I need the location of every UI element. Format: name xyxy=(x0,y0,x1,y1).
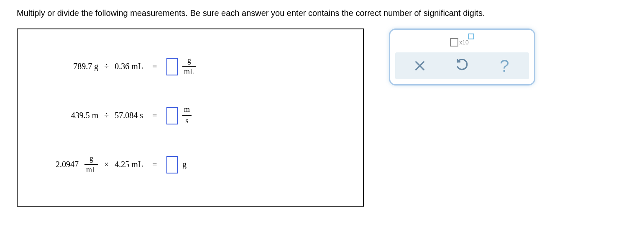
content-row: 789.7 g ÷ 0.36 mL = g mL 439.5 m ÷ 57.08… xyxy=(17,28,627,207)
p1-unit-fraction: g mL xyxy=(182,56,196,76)
p3-operator: × xyxy=(104,160,109,169)
problem-3-lhs: 2.0947 g mL × 4.25 mL xyxy=(34,154,143,174)
p3-operand2: 4.25 mL xyxy=(115,160,143,169)
clear-button[interactable] xyxy=(409,57,430,74)
p3-lhs-fraction: g mL xyxy=(84,154,98,174)
answer-input-3[interactable] xyxy=(166,156,178,173)
p1-unit-numer: g xyxy=(186,56,193,65)
p2-operator: ÷ xyxy=(104,111,109,120)
p2-unit-numer: m xyxy=(182,105,192,114)
question-mark-icon: ? xyxy=(500,57,509,75)
p3-lhs-denom: mL xyxy=(84,166,98,175)
p1-unit-denom: mL xyxy=(182,67,196,77)
problem-3-rhs: g xyxy=(166,156,187,173)
equals-sign: = xyxy=(151,111,159,120)
problem-box: 789.7 g ÷ 0.36 mL = g mL 439.5 m ÷ 57.08… xyxy=(17,28,364,207)
instructions-text: Multiply or divide the following measure… xyxy=(17,8,627,18)
p3-lhs-numer: g xyxy=(88,154,95,163)
p2-operand2: 57.084 s xyxy=(115,111,143,120)
problem-3: 2.0947 g mL × 4.25 mL = g xyxy=(34,146,346,184)
answer-input-2[interactable] xyxy=(166,107,178,124)
equals-sign: = xyxy=(151,62,159,71)
sci-exponent-box-icon xyxy=(468,34,474,39)
p2-unit-denom: s xyxy=(184,116,190,126)
help-button[interactable]: ? xyxy=(494,57,515,74)
undo-icon xyxy=(455,59,469,72)
undo-button[interactable] xyxy=(452,57,473,74)
p1-operand2: 0.36 mL xyxy=(115,62,143,71)
problem-2: 439.5 m ÷ 57.084 s = m s xyxy=(34,97,346,135)
problem-2-lhs: 439.5 m ÷ 57.084 s xyxy=(34,111,143,120)
x-icon xyxy=(413,59,427,72)
p3-coefficient: 2.0947 xyxy=(56,160,79,169)
p2-operand1: 439.5 m xyxy=(71,111,99,120)
toolbox: x10 ? xyxy=(389,28,535,85)
p1-operand1: 789.7 g xyxy=(73,62,98,71)
problem-1-lhs: 789.7 g ÷ 0.36 mL xyxy=(34,62,143,71)
equals-sign: = xyxy=(151,160,159,169)
problem-1-rhs: g mL xyxy=(166,56,196,76)
problem-1: 789.7 g ÷ 0.36 mL = g mL xyxy=(34,48,346,85)
sci-base-box-icon xyxy=(450,38,458,47)
p1-operator: ÷ xyxy=(104,62,109,71)
answer-input-1[interactable] xyxy=(166,58,178,75)
p2-unit-fraction: m s xyxy=(182,105,192,125)
sci-x10-label: x10 xyxy=(459,39,469,46)
tool-buttons-row: ? xyxy=(395,52,529,79)
scientific-notation-tool[interactable]: x10 xyxy=(395,35,529,52)
p3-unit: g xyxy=(182,160,187,169)
problem-2-rhs: m s xyxy=(166,105,192,125)
